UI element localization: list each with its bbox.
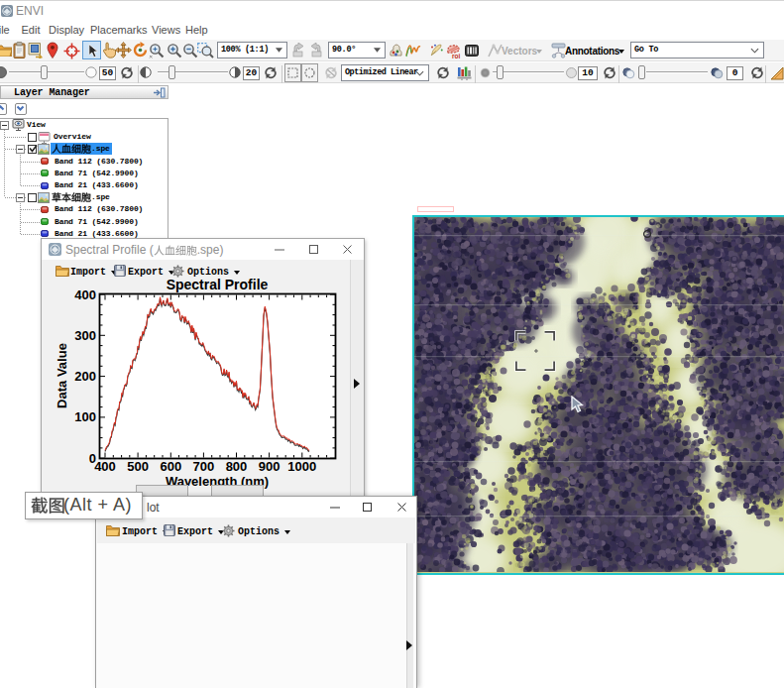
svg-text:roi: roi (452, 53, 461, 59)
svg-text:Data Value: Data Value (55, 343, 69, 408)
svg-text:900: 900 (259, 459, 280, 474)
svg-text:400: 400 (94, 459, 116, 474)
svg-text:1000: 1000 (287, 459, 316, 474)
svg-text:400: 400 (74, 287, 96, 302)
svg-text:800: 800 (226, 459, 248, 474)
svg-text:500: 500 (127, 459, 149, 474)
svg-text:200: 200 (74, 369, 96, 384)
svg-text:100: 100 (74, 409, 96, 424)
svg-text:600: 600 (160, 459, 181, 474)
svg-text:300: 300 (74, 328, 96, 343)
svg-text:700: 700 (193, 459, 215, 474)
svg-text:Spectral Profile: Spectral Profile (167, 279, 269, 292)
